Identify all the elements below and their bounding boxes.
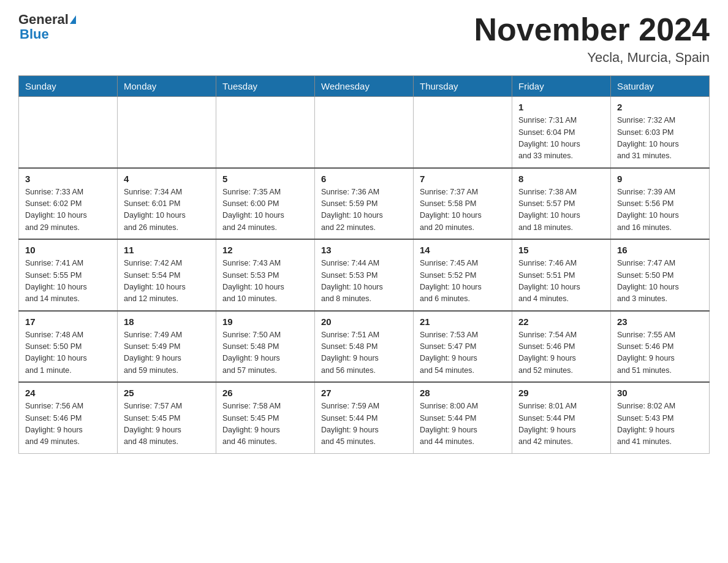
day-number: 25 xyxy=(124,388,210,398)
calendar-cell: 27Sunrise: 7:59 AM Sunset: 5:44 PM Dayli… xyxy=(315,382,414,453)
calendar-week-row: 1Sunrise: 7:31 AM Sunset: 6:04 PM Daylig… xyxy=(19,97,710,168)
day-info: Sunrise: 7:33 AM Sunset: 6:02 PM Dayligh… xyxy=(25,186,111,234)
weekday-header-monday: Monday xyxy=(118,76,216,97)
day-info: Sunrise: 7:48 AM Sunset: 5:50 PM Dayligh… xyxy=(25,329,111,377)
weekday-header-saturday: Saturday xyxy=(611,76,710,97)
day-info: Sunrise: 7:44 AM Sunset: 5:53 PM Dayligh… xyxy=(321,258,407,305)
weekday-header-thursday: Thursday xyxy=(414,76,512,97)
day-number: 15 xyxy=(518,245,604,255)
calendar-cell: 19Sunrise: 7:50 AM Sunset: 5:48 PM Dayli… xyxy=(216,311,315,383)
weekday-header-wednesday: Wednesday xyxy=(315,76,414,97)
calendar-cell: 28Sunrise: 8:00 AM Sunset: 5:44 PM Dayli… xyxy=(414,382,512,453)
calendar-week-row: 17Sunrise: 7:48 AM Sunset: 5:50 PM Dayli… xyxy=(19,311,710,383)
calendar-cell: 17Sunrise: 7:48 AM Sunset: 5:50 PM Dayli… xyxy=(19,311,118,383)
day-info: Sunrise: 7:58 AM Sunset: 5:45 PM Dayligh… xyxy=(222,400,308,448)
day-info: Sunrise: 7:54 AM Sunset: 5:46 PM Dayligh… xyxy=(518,329,604,377)
day-number: 9 xyxy=(617,174,703,184)
day-number: 22 xyxy=(518,316,604,327)
day-number: 26 xyxy=(222,388,308,398)
calendar-cell xyxy=(216,97,315,168)
header: General Blue November 2024 Yecla, Murcia… xyxy=(18,12,710,66)
day-info: Sunrise: 8:01 AM Sunset: 5:44 PM Dayligh… xyxy=(518,400,604,448)
day-info: Sunrise: 7:43 AM Sunset: 5:53 PM Dayligh… xyxy=(222,258,308,305)
calendar-cell: 18Sunrise: 7:49 AM Sunset: 5:49 PM Dayli… xyxy=(118,311,216,383)
weekday-header-tuesday: Tuesday xyxy=(216,76,315,97)
weekday-header-friday: Friday xyxy=(512,76,611,97)
weekday-header-row: SundayMondayTuesdayWednesdayThursdayFrid… xyxy=(19,76,710,97)
weekday-header-sunday: Sunday xyxy=(19,76,118,97)
day-number: 3 xyxy=(25,174,111,184)
calendar-cell xyxy=(315,97,414,168)
day-number: 11 xyxy=(124,245,210,255)
day-info: Sunrise: 7:49 AM Sunset: 5:49 PM Dayligh… xyxy=(124,329,210,377)
calendar-cell: 11Sunrise: 7:42 AM Sunset: 5:54 PM Dayli… xyxy=(118,239,216,311)
day-number: 19 xyxy=(222,316,308,327)
day-info: Sunrise: 7:32 AM Sunset: 6:03 PM Dayligh… xyxy=(617,115,703,163)
day-info: Sunrise: 7:42 AM Sunset: 5:54 PM Dayligh… xyxy=(124,258,210,305)
day-info: Sunrise: 7:57 AM Sunset: 5:45 PM Dayligh… xyxy=(124,400,210,448)
month-title: November 2024 xyxy=(474,12,710,47)
day-number: 17 xyxy=(25,316,111,327)
logo-general: General xyxy=(18,12,69,27)
day-info: Sunrise: 7:35 AM Sunset: 6:00 PM Dayligh… xyxy=(222,186,308,234)
day-number: 12 xyxy=(222,245,308,255)
day-number: 29 xyxy=(518,388,604,398)
day-number: 21 xyxy=(420,316,506,327)
day-info: Sunrise: 7:38 AM Sunset: 5:57 PM Dayligh… xyxy=(518,186,604,234)
day-number: 14 xyxy=(420,245,506,255)
calendar-cell: 10Sunrise: 7:41 AM Sunset: 5:55 PM Dayli… xyxy=(19,239,118,311)
day-info: Sunrise: 7:51 AM Sunset: 5:48 PM Dayligh… xyxy=(321,329,407,377)
calendar-week-row: 24Sunrise: 7:56 AM Sunset: 5:46 PM Dayli… xyxy=(19,382,710,453)
calendar-cell: 15Sunrise: 7:46 AM Sunset: 5:51 PM Dayli… xyxy=(512,239,611,311)
day-info: Sunrise: 7:37 AM Sunset: 5:58 PM Dayligh… xyxy=(420,186,506,234)
calendar-week-row: 3Sunrise: 7:33 AM Sunset: 6:02 PM Daylig… xyxy=(19,168,710,240)
calendar-cell: 2Sunrise: 7:32 AM Sunset: 6:03 PM Daylig… xyxy=(611,97,710,168)
logo-blue: Blue xyxy=(20,27,49,42)
day-number: 2 xyxy=(617,102,703,112)
day-number: 18 xyxy=(124,316,210,327)
day-info: Sunrise: 7:56 AM Sunset: 5:46 PM Dayligh… xyxy=(25,400,111,448)
calendar-cell: 9Sunrise: 7:39 AM Sunset: 5:56 PM Daylig… xyxy=(611,168,710,240)
calendar-cell: 30Sunrise: 8:02 AM Sunset: 5:43 PM Dayli… xyxy=(611,382,710,453)
logo-triangle-icon xyxy=(70,15,76,24)
day-info: Sunrise: 7:59 AM Sunset: 5:44 PM Dayligh… xyxy=(321,400,407,448)
day-info: Sunrise: 7:31 AM Sunset: 6:04 PM Dayligh… xyxy=(518,115,604,163)
calendar-cell: 20Sunrise: 7:51 AM Sunset: 5:48 PM Dayli… xyxy=(315,311,414,383)
calendar-cell: 1Sunrise: 7:31 AM Sunset: 6:04 PM Daylig… xyxy=(512,97,611,168)
day-number: 28 xyxy=(420,388,506,398)
calendar-cell: 7Sunrise: 7:37 AM Sunset: 5:58 PM Daylig… xyxy=(414,168,512,240)
day-number: 6 xyxy=(321,174,407,184)
day-number: 27 xyxy=(321,388,407,398)
day-number: 13 xyxy=(321,245,407,255)
day-info: Sunrise: 7:45 AM Sunset: 5:52 PM Dayligh… xyxy=(420,258,506,305)
calendar-cell xyxy=(414,97,512,168)
day-info: Sunrise: 7:55 AM Sunset: 5:46 PM Dayligh… xyxy=(617,329,703,377)
calendar-cell: 5Sunrise: 7:35 AM Sunset: 6:00 PM Daylig… xyxy=(216,168,315,240)
day-number: 23 xyxy=(617,316,703,327)
calendar-cell: 23Sunrise: 7:55 AM Sunset: 5:46 PM Dayli… xyxy=(611,311,710,383)
location-title: Yecla, Murcia, Spain xyxy=(474,50,710,66)
day-info: Sunrise: 8:02 AM Sunset: 5:43 PM Dayligh… xyxy=(617,400,703,448)
calendar-cell: 12Sunrise: 7:43 AM Sunset: 5:53 PM Dayli… xyxy=(216,239,315,311)
calendar-cell xyxy=(19,97,118,168)
day-number: 20 xyxy=(321,316,407,327)
day-number: 4 xyxy=(124,174,210,184)
day-info: Sunrise: 7:47 AM Sunset: 5:50 PM Dayligh… xyxy=(617,258,703,305)
calendar-table: SundayMondayTuesdayWednesdayThursdayFrid… xyxy=(18,75,710,454)
day-info: Sunrise: 7:50 AM Sunset: 5:48 PM Dayligh… xyxy=(222,329,308,377)
calendar-cell: 3Sunrise: 7:33 AM Sunset: 6:02 PM Daylig… xyxy=(19,168,118,240)
day-number: 16 xyxy=(617,245,703,255)
day-number: 8 xyxy=(518,174,604,184)
calendar-week-row: 10Sunrise: 7:41 AM Sunset: 5:55 PM Dayli… xyxy=(19,239,710,311)
calendar-cell: 25Sunrise: 7:57 AM Sunset: 5:45 PM Dayli… xyxy=(118,382,216,453)
calendar-cell xyxy=(118,97,216,168)
calendar-cell: 16Sunrise: 7:47 AM Sunset: 5:50 PM Dayli… xyxy=(611,239,710,311)
calendar-cell: 26Sunrise: 7:58 AM Sunset: 5:45 PM Dayli… xyxy=(216,382,315,453)
day-info: Sunrise: 7:46 AM Sunset: 5:51 PM Dayligh… xyxy=(518,258,604,305)
day-info: Sunrise: 7:34 AM Sunset: 6:01 PM Dayligh… xyxy=(124,186,210,234)
day-number: 24 xyxy=(25,388,111,398)
calendar-cell: 13Sunrise: 7:44 AM Sunset: 5:53 PM Dayli… xyxy=(315,239,414,311)
title-area: November 2024 Yecla, Murcia, Spain xyxy=(474,12,710,66)
day-info: Sunrise: 7:39 AM Sunset: 5:56 PM Dayligh… xyxy=(617,186,703,234)
day-info: Sunrise: 7:53 AM Sunset: 5:47 PM Dayligh… xyxy=(420,329,506,377)
